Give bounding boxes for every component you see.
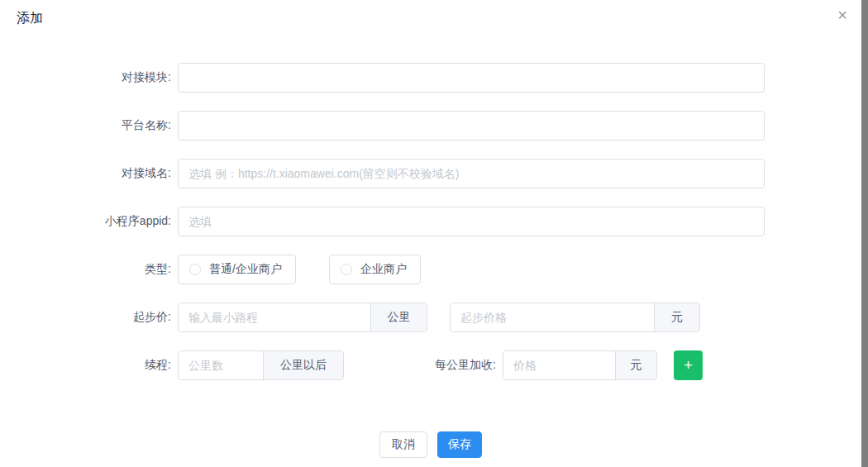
backdrop-strip bbox=[861, 0, 868, 467]
radio-label: 普通/企业商户 bbox=[209, 262, 282, 277]
radio-circle-icon bbox=[341, 264, 352, 275]
add-dialog: 添加 × 对接模块: 平台名称: 对接域名: 小程序appid: 类型: 普通/… bbox=[0, 0, 861, 467]
extra-distance-group: 公里以后 bbox=[178, 350, 344, 380]
domain-input[interactable] bbox=[178, 159, 765, 188]
dialog-title: 添加 bbox=[17, 10, 43, 27]
close-icon[interactable]: × bbox=[837, 7, 847, 23]
form-row-module: 对接模块: bbox=[0, 63, 861, 93]
platform-label: 平台名称: bbox=[0, 118, 178, 133]
add-form: 对接模块: 平台名称: 对接域名: 小程序appid: 类型: 普通/企业商户 … bbox=[0, 0, 861, 458]
per-km-price-group: 元 bbox=[503, 350, 657, 380]
radio-circle-icon bbox=[189, 264, 201, 275]
form-row-platform: 平台名称: bbox=[0, 111, 861, 141]
platform-input[interactable] bbox=[178, 111, 765, 141]
cancel-button[interactable]: 取消 bbox=[379, 431, 427, 458]
appid-input[interactable] bbox=[178, 207, 765, 236]
radio-label: 企业商户 bbox=[360, 262, 407, 277]
extra-distance-input[interactable] bbox=[179, 351, 263, 379]
base-price-unit: 元 bbox=[654, 303, 699, 331]
module-input[interactable] bbox=[178, 63, 765, 93]
form-row-appid: 小程序appid: bbox=[0, 207, 861, 236]
per-km-price-unit: 元 bbox=[615, 351, 656, 379]
form-row-type: 类型: 普通/企业商户 企业商户 bbox=[0, 255, 861, 284]
base-price-group: 元 bbox=[450, 303, 700, 332]
radio-enterprise-merchant[interactable]: 企业商户 bbox=[329, 255, 421, 284]
min-distance-input[interactable] bbox=[179, 303, 370, 331]
min-distance-unit: 公里 bbox=[370, 303, 427, 331]
save-button[interactable]: 保存 bbox=[437, 431, 482, 458]
form-row-domain: 对接域名: bbox=[0, 159, 861, 188]
base-price-input[interactable] bbox=[451, 303, 654, 331]
form-row-extra: 续程: 公里以后 每公里加收: 元 + bbox=[0, 350, 861, 380]
base-price-label: 起步价: bbox=[0, 310, 178, 325]
appid-label: 小程序appid: bbox=[0, 214, 178, 229]
per-km-label: 每公里加收: bbox=[344, 358, 503, 373]
dialog-footer: 取消 保存 bbox=[0, 431, 861, 458]
per-km-price-input[interactable] bbox=[503, 351, 615, 379]
type-label: 类型: bbox=[0, 262, 178, 277]
min-distance-group: 公里 bbox=[178, 303, 427, 332]
form-row-base-price: 起步价: 公里 元 bbox=[0, 303, 861, 332]
extra-distance-unit: 公里以后 bbox=[263, 351, 343, 379]
extra-label: 续程: bbox=[0, 358, 178, 373]
module-label: 对接模块: bbox=[0, 70, 178, 85]
domain-label: 对接域名: bbox=[0, 166, 178, 181]
radio-normal-enterprise-merchant[interactable]: 普通/企业商户 bbox=[178, 255, 296, 284]
add-tier-button[interactable]: + bbox=[674, 350, 703, 380]
